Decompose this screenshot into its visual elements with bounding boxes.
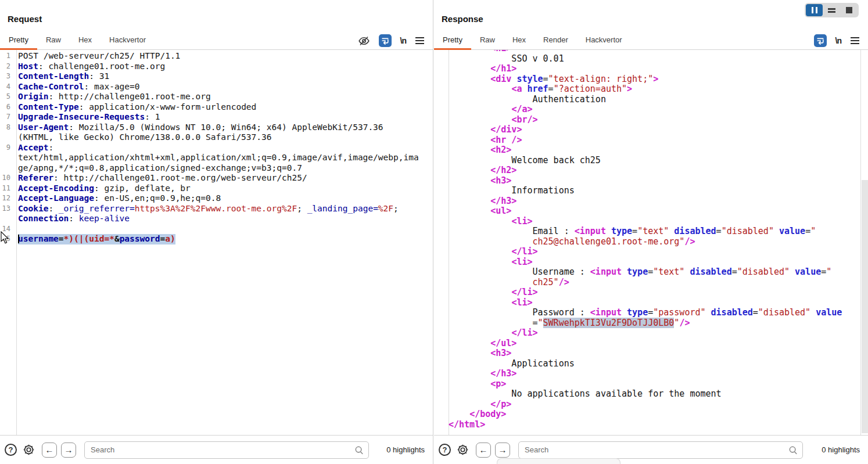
line-number [434, 308, 443, 318]
response-tab-icons: \n [814, 34, 860, 47]
line-number [434, 369, 443, 379]
line-number [434, 348, 443, 359]
code-text: </h1> [449, 64, 517, 74]
code-line: 1POST /web-serveur/ch25/ HTTP/1.1 [0, 51, 433, 62]
code-text: (KHTML, like Gecko) Chrome/138.0.0.0 Saf… [18, 132, 272, 143]
tab-hex[interactable]: Hex [504, 31, 535, 49]
line-number [434, 247, 443, 257]
response-scrollbar[interactable] [860, 50, 868, 435]
code-text: <ul> [449, 206, 511, 217]
search-prev-button[interactable]: ← [476, 443, 491, 458]
code-line: <h3> [434, 348, 868, 359]
prettify-icon[interactable] [814, 34, 827, 47]
line-number [434, 64, 443, 74]
scrollbar-thumb[interactable] [862, 180, 868, 433]
code-line: </body> [434, 409, 868, 420]
newline-icon[interactable]: \n [400, 36, 406, 45]
burp-editor-split-view: Request PrettyRawHexHackvertor [0, 0, 868, 464]
code-text: <a href="?action=auth"> [449, 84, 632, 95]
code-line: <a href="?action=auth"> [434, 84, 868, 95]
line-number [434, 135, 443, 146]
code-text: Content-Type: application/x-www-form-url… [18, 102, 256, 113]
code-line: Email : <input type="text" disabled="dis… [434, 226, 868, 237]
columns-layout-button[interactable] [806, 4, 823, 16]
code-line: <br/> [434, 115, 868, 125]
newline-icon[interactable]: \n [835, 36, 841, 45]
code-text: ch25"/> [449, 278, 569, 288]
code-line: Connection: keep-alive [0, 214, 433, 224]
help-icon[interactable]: ? [439, 444, 451, 456]
code-text: User-Agent: Mozilla/5.0 (Windows NT 10.0… [18, 123, 383, 133]
code-line: 11Accept-Encoding: gzip, deflate, br [0, 184, 433, 194]
line-number [434, 420, 443, 430]
code-text: <hr /> [449, 135, 522, 146]
line-number [434, 359, 443, 369]
line-number [434, 145, 443, 156]
code-text: Origin: http://challenge01.root-me.org [18, 92, 211, 102]
search-input[interactable] [84, 441, 369, 459]
search-next-button[interactable]: → [495, 443, 510, 458]
code-text: Referer: http://challenge01.root-me.org/… [18, 173, 307, 184]
code-line: <hr /> [434, 135, 868, 146]
line-number [434, 74, 443, 85]
code-text: Accept-Language: en-US,en;q=0.9,he;q=0.8 [18, 193, 221, 204]
code-text: Accept-Encoding: gzip, deflate, br [18, 184, 191, 194]
code-line: <li> [434, 298, 868, 308]
request-panel-title: Request [0, 0, 433, 30]
line-number [434, 298, 443, 308]
code-text: </li> [449, 328, 538, 339]
code-line: 10Referer: http://challenge01.root-me.or… [0, 173, 433, 184]
code-text: </body> [449, 409, 506, 420]
line-number: 7 [0, 112, 10, 123]
code-line: </div> [434, 125, 868, 135]
code-line: 2Host: challenge01.root-me.org [0, 62, 433, 72]
tab-pretty[interactable]: Pretty [434, 31, 471, 49]
code-text: Username : <input type="text" disabled="… [449, 267, 831, 278]
code-text: Applications [449, 359, 575, 369]
code-line: text/html,application/xhtml+xml,applicat… [0, 153, 433, 163]
code-line: </li> [434, 287, 868, 298]
response-tabs: PrettyRawHexRenderHackvertor [434, 30, 868, 49]
tab-hex[interactable]: Hex [70, 31, 101, 49]
menu-icon[interactable] [415, 37, 425, 45]
gear-icon[interactable] [456, 443, 469, 456]
tab-hackvertor[interactable]: Hackvertor [577, 31, 631, 49]
code-text: ="SWRwehpkTI3Vu2F9DoTJJ0LB0"/> [449, 318, 690, 329]
tab-pretty[interactable]: Pretty [0, 31, 37, 49]
request-editor[interactable]: 1POST /web-serveur/ch25/ HTTP/1.12Host: … [0, 50, 433, 435]
single-layout-button[interactable] [841, 4, 858, 16]
code-text: Content-Length: 31 [18, 71, 109, 82]
code-line: <h2> [434, 145, 868, 156]
menu-icon[interactable] [850, 37, 860, 45]
code-line: ch25"/> [434, 278, 868, 288]
line-number [434, 115, 443, 125]
code-line: </p> [434, 400, 868, 410]
code-text: Host: challenge01.root-me.org [18, 62, 165, 72]
tab-render[interactable]: Render [535, 31, 577, 49]
search-prev-button[interactable]: ← [42, 443, 57, 458]
code-line: Applications [434, 359, 868, 369]
code-text: </div> [449, 125, 522, 135]
line-number: 2 [0, 62, 10, 72]
line-number [434, 84, 443, 95]
prettify-icon[interactable] [379, 34, 392, 47]
eye-off-icon[interactable] [358, 35, 370, 47]
request-code: 1POST /web-serveur/ch25/ HTTP/1.12Host: … [0, 51, 433, 244]
tab-raw[interactable]: Raw [37, 31, 70, 49]
tab-raw[interactable]: Raw [471, 31, 504, 49]
response-editor[interactable]: <h1> SSO v 0.01 </h1> <div style="text-a… [434, 50, 868, 435]
line-number [434, 166, 443, 176]
code-line: No applications available for the moment [434, 389, 868, 400]
rows-layout-button[interactable] [823, 4, 840, 16]
search-icon [788, 445, 798, 458]
code-text: </h3> [449, 369, 517, 379]
code-text: Connection: keep-alive [18, 214, 130, 224]
help-icon[interactable]: ? [5, 444, 17, 456]
tab-hackvertor[interactable]: Hackvertor [101, 31, 155, 49]
search-input[interactable] [518, 441, 803, 459]
search-next-button[interactable]: → [61, 443, 76, 458]
gear-icon[interactable] [22, 443, 35, 456]
code-text: </ul> [449, 339, 517, 349]
code-text: Cache-Control: max-age=0 [18, 82, 140, 92]
code-line: </h2> [434, 166, 868, 176]
